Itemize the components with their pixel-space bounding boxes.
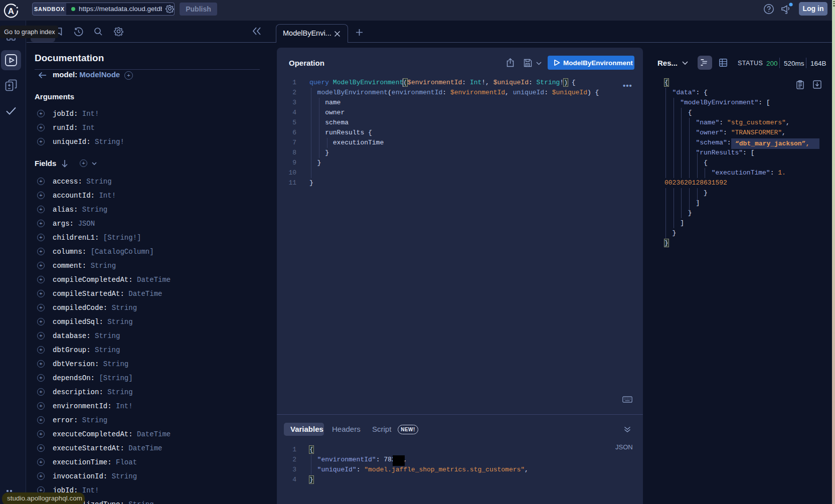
svg-text:A: A [8, 7, 14, 16]
